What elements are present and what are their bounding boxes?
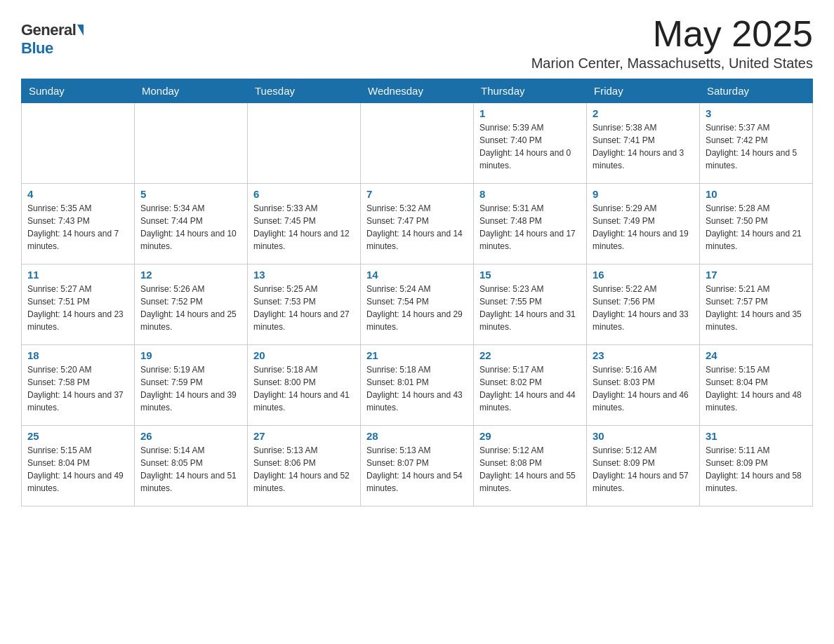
day-number: 20 [253, 349, 355, 361]
day-info: Sunrise: 5:33 AM Sunset: 7:45 PM Dayligh… [253, 202, 355, 253]
calendar-cell: 7Sunrise: 5:32 AM Sunset: 7:47 PM Daylig… [361, 184, 474, 264]
calendar-cell [361, 103, 474, 184]
day-info: Sunrise: 5:11 AM Sunset: 8:09 PM Dayligh… [706, 444, 807, 495]
day-number: 25 [27, 430, 128, 442]
day-info: Sunrise: 5:35 AM Sunset: 7:43 PM Dayligh… [27, 202, 128, 253]
calendar-cell: 21Sunrise: 5:18 AM Sunset: 8:01 PM Dayli… [361, 345, 474, 426]
calendar-cell: 15Sunrise: 5:23 AM Sunset: 7:55 PM Dayli… [474, 264, 587, 345]
day-info: Sunrise: 5:31 AM Sunset: 7:48 PM Dayligh… [479, 202, 581, 253]
calendar-cell: 13Sunrise: 5:25 AM Sunset: 7:53 PM Dayli… [248, 264, 361, 345]
calendar-body: 1Sunrise: 5:39 AM Sunset: 7:40 PM Daylig… [22, 103, 813, 507]
day-number: 15 [479, 269, 581, 281]
month-year-title: May 2025 [531, 14, 813, 54]
week-row-2: 4Sunrise: 5:35 AM Sunset: 7:43 PM Daylig… [22, 184, 813, 264]
calendar-cell: 6Sunrise: 5:33 AM Sunset: 7:45 PM Daylig… [248, 184, 361, 264]
day-number: 12 [140, 269, 241, 281]
weekday-header-wednesday: Wednesday [361, 79, 474, 103]
day-number: 26 [140, 430, 241, 442]
calendar-cell: 14Sunrise: 5:24 AM Sunset: 7:54 PM Dayli… [361, 264, 474, 345]
calendar-cell: 24Sunrise: 5:15 AM Sunset: 8:04 PM Dayli… [700, 345, 813, 426]
day-info: Sunrise: 5:20 AM Sunset: 7:58 PM Dayligh… [27, 363, 128, 414]
calendar-cell: 3Sunrise: 5:37 AM Sunset: 7:42 PM Daylig… [700, 103, 813, 184]
day-number: 11 [27, 269, 128, 281]
location-subtitle: Marion Center, Massachusetts, United Sta… [531, 55, 813, 72]
day-info: Sunrise: 5:23 AM Sunset: 7:55 PM Dayligh… [479, 283, 581, 333]
week-row-3: 11Sunrise: 5:27 AM Sunset: 7:51 PM Dayli… [22, 264, 813, 345]
calendar-header: SundayMondayTuesdayWednesdayThursdayFrid… [22, 79, 813, 103]
day-number: 29 [479, 430, 581, 442]
day-info: Sunrise: 5:22 AM Sunset: 7:56 PM Dayligh… [593, 283, 694, 333]
day-number: 4 [27, 188, 128, 200]
calendar-table: SundayMondayTuesdayWednesdayThursdayFrid… [21, 79, 813, 507]
day-number: 13 [253, 269, 355, 281]
weekday-header-friday: Friday [587, 79, 700, 103]
page-header: General Blue May 2025 Marion Center, Mas… [21, 14, 813, 72]
calendar-cell: 18Sunrise: 5:20 AM Sunset: 7:58 PM Dayli… [22, 345, 135, 426]
day-info: Sunrise: 5:13 AM Sunset: 8:06 PM Dayligh… [253, 444, 355, 495]
calendar-cell: 17Sunrise: 5:21 AM Sunset: 7:57 PM Dayli… [700, 264, 813, 345]
day-info: Sunrise: 5:15 AM Sunset: 8:04 PM Dayligh… [706, 363, 807, 414]
weekday-header-monday: Monday [135, 79, 248, 103]
day-number: 2 [593, 107, 694, 119]
day-number: 10 [706, 188, 807, 200]
calendar-cell: 19Sunrise: 5:19 AM Sunset: 7:59 PM Dayli… [135, 345, 248, 426]
calendar-cell: 29Sunrise: 5:12 AM Sunset: 8:08 PM Dayli… [474, 426, 587, 507]
day-info: Sunrise: 5:14 AM Sunset: 8:05 PM Dayligh… [140, 444, 241, 495]
calendar-cell: 23Sunrise: 5:16 AM Sunset: 8:03 PM Dayli… [587, 345, 700, 426]
day-info: Sunrise: 5:27 AM Sunset: 7:51 PM Dayligh… [27, 283, 128, 333]
weekday-header-tuesday: Tuesday [248, 79, 361, 103]
day-info: Sunrise: 5:29 AM Sunset: 7:49 PM Dayligh… [593, 202, 694, 253]
calendar-cell [248, 103, 361, 184]
day-info: Sunrise: 5:19 AM Sunset: 7:59 PM Dayligh… [140, 363, 241, 414]
weekday-header-sunday: Sunday [22, 79, 135, 103]
day-number: 3 [706, 107, 807, 119]
day-number: 22 [479, 349, 581, 361]
day-info: Sunrise: 5:18 AM Sunset: 8:01 PM Dayligh… [366, 363, 468, 414]
calendar-cell: 28Sunrise: 5:13 AM Sunset: 8:07 PM Dayli… [361, 426, 474, 507]
title-area: May 2025 Marion Center, Massachusetts, U… [531, 14, 813, 72]
weekday-header-saturday: Saturday [700, 79, 813, 103]
day-number: 30 [593, 430, 694, 442]
day-info: Sunrise: 5:37 AM Sunset: 7:42 PM Dayligh… [706, 121, 807, 172]
day-info: Sunrise: 5:18 AM Sunset: 8:00 PM Dayligh… [253, 363, 355, 414]
day-info: Sunrise: 5:25 AM Sunset: 7:53 PM Dayligh… [253, 283, 355, 333]
day-number: 23 [593, 349, 694, 361]
day-info: Sunrise: 5:15 AM Sunset: 8:04 PM Dayligh… [27, 444, 128, 495]
calendar-cell: 11Sunrise: 5:27 AM Sunset: 7:51 PM Dayli… [22, 264, 135, 345]
calendar-cell: 12Sunrise: 5:26 AM Sunset: 7:52 PM Dayli… [135, 264, 248, 345]
calendar-cell: 31Sunrise: 5:11 AM Sunset: 8:09 PM Dayli… [700, 426, 813, 507]
day-info: Sunrise: 5:16 AM Sunset: 8:03 PM Dayligh… [593, 363, 694, 414]
day-number: 31 [706, 430, 807, 442]
day-info: Sunrise: 5:34 AM Sunset: 7:44 PM Dayligh… [140, 202, 241, 253]
day-info: Sunrise: 5:32 AM Sunset: 7:47 PM Dayligh… [366, 202, 468, 253]
day-number: 5 [140, 188, 241, 200]
week-row-5: 25Sunrise: 5:15 AM Sunset: 8:04 PM Dayli… [22, 426, 813, 507]
logo-triangle-icon [77, 25, 84, 36]
day-info: Sunrise: 5:12 AM Sunset: 8:09 PM Dayligh… [593, 444, 694, 495]
calendar-cell: 22Sunrise: 5:17 AM Sunset: 8:02 PM Dayli… [474, 345, 587, 426]
calendar-cell [22, 103, 135, 184]
day-number: 28 [366, 430, 468, 442]
day-number: 18 [27, 349, 128, 361]
day-number: 9 [593, 188, 694, 200]
weekday-header-thursday: Thursday [474, 79, 587, 103]
logo-general-text: General [21, 21, 76, 39]
day-number: 24 [706, 349, 807, 361]
day-info: Sunrise: 5:26 AM Sunset: 7:52 PM Dayligh… [140, 283, 241, 333]
calendar-cell: 20Sunrise: 5:18 AM Sunset: 8:00 PM Dayli… [248, 345, 361, 426]
calendar-cell: 9Sunrise: 5:29 AM Sunset: 7:49 PM Daylig… [587, 184, 700, 264]
day-number: 27 [253, 430, 355, 442]
day-info: Sunrise: 5:24 AM Sunset: 7:54 PM Dayligh… [366, 283, 468, 333]
logo-blue-text: Blue [21, 39, 53, 58]
day-number: 8 [479, 188, 581, 200]
calendar-cell: 1Sunrise: 5:39 AM Sunset: 7:40 PM Daylig… [474, 103, 587, 184]
day-info: Sunrise: 5:12 AM Sunset: 8:08 PM Dayligh… [479, 444, 581, 495]
calendar-cell: 26Sunrise: 5:14 AM Sunset: 8:05 PM Dayli… [135, 426, 248, 507]
day-number: 1 [479, 107, 581, 119]
logo: General Blue [21, 21, 84, 58]
day-number: 16 [593, 269, 694, 281]
day-info: Sunrise: 5:17 AM Sunset: 8:02 PM Dayligh… [479, 363, 581, 414]
calendar-cell: 5Sunrise: 5:34 AM Sunset: 7:44 PM Daylig… [135, 184, 248, 264]
day-number: 19 [140, 349, 241, 361]
day-number: 7 [366, 188, 468, 200]
